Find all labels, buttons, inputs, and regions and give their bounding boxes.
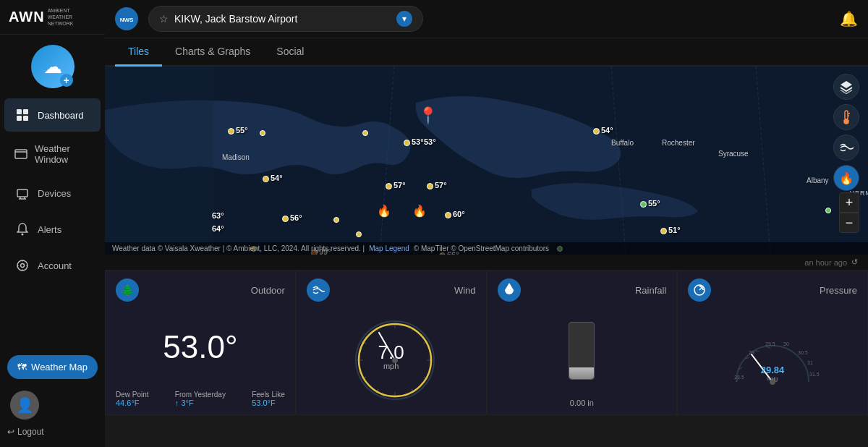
svg-point-12 [21, 264, 25, 268]
tile-pressure: Pressure [677, 271, 868, 415]
user-row: 👤 [7, 386, 98, 424]
svg-point-10 [22, 234, 24, 236]
svg-text:inHg: inHg [767, 376, 778, 382]
map-footer: Weather data © Vaisala Xweather | © Ambi… [105, 242, 868, 255]
wind-gauge: 7.0 mph [352, 317, 431, 396]
awn-plus-badge[interactable]: ☁ + [31, 45, 75, 88]
feels-like-label: Feels Like [252, 391, 285, 399]
svg-line-44 [699, 288, 702, 290]
svg-text:30.5: 30.5 [798, 350, 808, 355]
sidebar-bottom: 🗺 Weather Map 👤 ↩ Logout [0, 348, 105, 447]
pressure-icon [688, 278, 711, 302]
wind-title: Wind [337, 285, 476, 296]
temperature-layer-icon[interactable] [833, 104, 859, 130]
sidebar-item-dashboard[interactable]: Dashboard [4, 98, 101, 132]
layers-icon[interactable] [833, 74, 859, 100]
svg-text:29.84: 29.84 [761, 365, 785, 375]
feels-like-val: 53.0°F [252, 399, 285, 407]
svg-text:NWS: NWS [120, 17, 133, 23]
map-legend-link[interactable]: Map Legend [369, 244, 409, 252]
sidebar-nav: Dashboard Weather Window Devices [0, 93, 105, 348]
wind-layer-icon[interactable] [833, 135, 859, 161]
sidebar-label-dashboard: Dashboard [38, 110, 84, 121]
alerts-icon [14, 221, 30, 237]
rain-fill [569, 367, 594, 379]
notifications-icon[interactable]: 🔔 [840, 10, 858, 27]
tiles-row: 🌲 Outdoor 53.0° Dew Point 44.6°F From Ye… [105, 271, 868, 415]
dew-point-group: Dew Point 44.6°F [116, 391, 149, 407]
svg-rect-3 [23, 116, 28, 121]
pressure-gauge-svg: 28.5 29 29.5 30 30.5 31 31.5 29.84 inHg [726, 324, 820, 389]
logout-button[interactable]: ↩ Logout [7, 424, 44, 440]
fire-layer-icon[interactable]: 🔥 [833, 165, 859, 191]
logout-icon: ↩ [7, 427, 14, 437]
tab-charts[interactable]: Charts & Graphs [162, 38, 263, 67]
zoom-controls: + − [839, 192, 859, 233]
tile-rainfall-header: Rainfall [498, 278, 667, 302]
cloud-icon: ☁ [43, 56, 62, 78]
sidebar-label-alerts: Alerts [38, 224, 61, 235]
rainfall-icon [498, 278, 521, 302]
last-updated-text: an hour ago [804, 258, 847, 267]
wind-tile-icon [307, 278, 330, 302]
station-name: KIKW, Jack Barstow Airport [174, 13, 391, 25]
wind-speed-display: 7.0 mph [378, 343, 404, 370]
sidebar-item-account[interactable]: Account [4, 249, 101, 282]
map-icon: 🗺 [17, 362, 27, 372]
refresh-icon[interactable]: ↺ [851, 257, 858, 267]
from-yesterday-val: ↑ 3°F [175, 399, 226, 407]
sidebar-label-account: Account [38, 260, 72, 271]
awn-tagline: AMBIENTWEATHERNETWORK [48, 7, 74, 27]
logout-label: Logout [17, 427, 44, 437]
zoom-out-button[interactable]: − [839, 213, 859, 233]
sidebar-item-weather-window[interactable]: Weather Window [4, 135, 101, 174]
dew-point-label: Dew Point [116, 391, 149, 399]
tile-outdoor: 🌲 Outdoor 53.0° Dew Point 44.6°F From Ye… [105, 271, 296, 415]
tab-tiles[interactable]: Tiles [115, 38, 162, 67]
svg-rect-6 [17, 190, 27, 197]
dew-point-val: 44.6°F [116, 399, 149, 407]
account-icon [14, 257, 30, 273]
svg-text:31.5: 31.5 [809, 372, 820, 377]
sidebar-logo: AWN AMBIENTWEATHERNETWORK [0, 0, 105, 35]
weather-map-label: Weather Map [31, 362, 88, 372]
sidebar-item-alerts[interactable]: Alerts [4, 213, 101, 246]
osm-attribution: © MapTiler © OpenStreetMap contributors [414, 244, 549, 252]
sidebar-item-devices[interactable]: Devices [4, 176, 101, 210]
svg-point-24 [844, 119, 848, 124]
weather-map-button[interactable]: 🗺 Weather Map [7, 355, 98, 379]
favorite-icon: ☆ [159, 13, 169, 25]
weather-map: Madison Buffalo Rochester Syracuse Alban… [105, 67, 868, 255]
svg-text:28.5: 28.5 [734, 375, 744, 380]
svg-rect-0 [17, 109, 22, 114]
rainfall-title: Rainfall [528, 285, 667, 296]
rainfall-value: 0.00 in [498, 399, 667, 407]
rainfall-gauge [498, 306, 667, 396]
topbar: NWS ☆ KIKW, Jack Barstow Airport ▾ 🔔 [105, 0, 868, 38]
refresh-bar: an hour ago ↺ [105, 255, 868, 271]
wind-speed-value: 7.0 [378, 343, 404, 362]
outdoor-title: Outdoor [146, 285, 285, 296]
awn-logo: AWN AMBIENTWEATHERNETWORK [9, 7, 73, 27]
tab-social[interactable]: Social [263, 38, 317, 67]
map-controls: 🔥 [833, 74, 859, 191]
map-svg [105, 67, 868, 255]
user-avatar: 👤 [10, 391, 39, 420]
zoom-in-button[interactable]: + [839, 192, 859, 213]
station-search[interactable]: ☆ KIKW, Jack Barstow Airport ▾ [148, 6, 423, 32]
outdoor-footer: Dew Point 44.6°F From Yesterday ↑ 3°F Fe… [116, 391, 285, 407]
svg-point-11 [17, 260, 27, 271]
rainfall-num: 0.00 [570, 399, 585, 407]
feels-like-group: Feels Like 53.0°F [252, 391, 285, 407]
from-yesterday-label: From Yesterday [175, 391, 226, 399]
awn-text: AWN [9, 9, 45, 25]
plus-icon: + [60, 74, 73, 87]
main-content: NWS ☆ KIKW, Jack Barstow Airport ▾ 🔔 Til… [105, 0, 868, 447]
svg-rect-4 [15, 150, 27, 158]
wind-gauge-container: 7.0 mph [307, 306, 476, 407]
tile-wind-header: Wind [307, 278, 476, 302]
svg-rect-1 [23, 109, 28, 114]
map-attribution: Weather data © Vaisala Xweather | © Ambi… [112, 244, 365, 252]
dropdown-arrow-icon[interactable]: ▾ [396, 11, 412, 27]
tile-outdoor-header: 🌲 Outdoor [116, 278, 285, 302]
